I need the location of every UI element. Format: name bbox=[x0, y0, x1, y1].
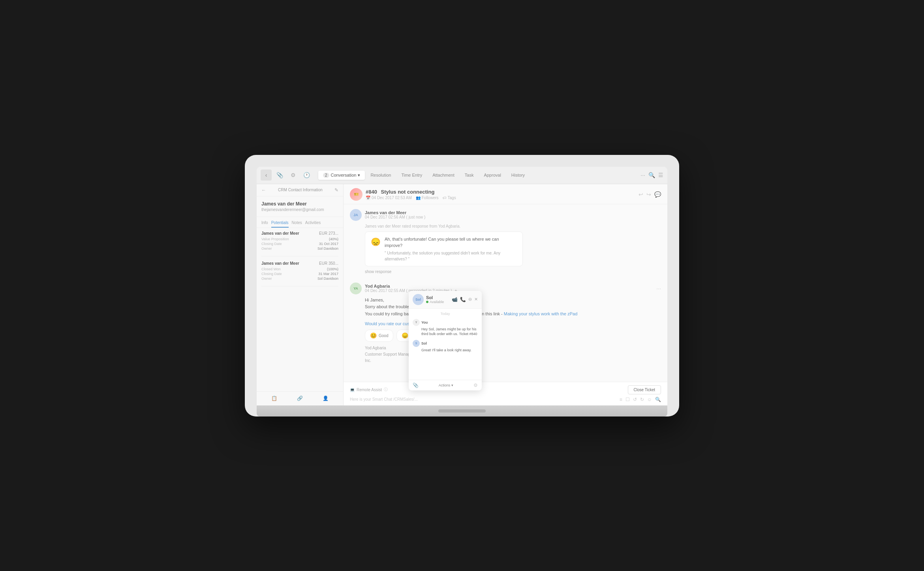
potential-owner-label-2: Owner bbox=[261, 277, 272, 281]
footer-link-icon[interactable]: 🔗 bbox=[297, 396, 303, 401]
sidebar-edit-button[interactable]: ✎ bbox=[334, 187, 338, 193]
avatar-james: JA bbox=[350, 209, 362, 221]
chat-msg-header-sol: S Sol bbox=[413, 340, 478, 347]
chat-agent-avatar: Sol bbox=[413, 294, 424, 305]
more-options-button[interactable]: ··· bbox=[640, 172, 645, 178]
chat-settings-icon[interactable]: ⚙ bbox=[473, 383, 478, 388]
sidebar-contact-info: James van der Meer thejamesvanderermeer@… bbox=[257, 196, 343, 217]
bad-emoji: 😞 bbox=[402, 332, 408, 340]
good-label: Good bbox=[379, 333, 388, 339]
ticket-avatar-icon: 🎫 bbox=[354, 192, 359, 196]
rating-good-button[interactable]: 😊 Good bbox=[365, 330, 393, 342]
status-label: Available bbox=[430, 300, 444, 304]
close-ticket-button[interactable]: Close Ticket bbox=[628, 385, 661, 394]
potential-closing-value-1: 31 Oct 2017 bbox=[319, 242, 338, 246]
sidebar-footer: 📋 🔗 👤 bbox=[257, 391, 343, 405]
tool-undo-icon[interactable]: ↺ bbox=[633, 397, 637, 402]
sidebar-tab-info[interactable]: Info bbox=[261, 219, 268, 228]
comment-icon[interactable]: 💬 bbox=[654, 191, 661, 198]
potential-owner-value-1: Sol Davidson bbox=[317, 247, 338, 251]
tab-approval[interactable]: Approval bbox=[479, 171, 505, 179]
avatar-yod: YA bbox=[350, 283, 362, 294]
search-icon[interactable]: 🔍 bbox=[648, 172, 655, 178]
chat-message-sol: S Sol Great! I'll take a look right away… bbox=[413, 340, 478, 353]
sidebar-tabs: Info Potentials Notes Activities bbox=[257, 217, 343, 228]
ticket-date-value: 04 Dec 2017 02:53 AM bbox=[372, 196, 412, 200]
msg-line-1: Hi James, bbox=[365, 298, 384, 302]
ticket-info: #840 Stylus not connecting 📅 04 Dec 2017… bbox=[366, 189, 456, 200]
sender-name-1: James van der Meer bbox=[365, 210, 425, 215]
chat-attach-icon[interactable]: 📎 bbox=[413, 383, 419, 388]
tool-search-icon[interactable]: 🔍 bbox=[655, 397, 661, 402]
chat-popup-body: Today Y You Hey Sol, James might be up f… bbox=[409, 309, 482, 380]
forward-icon[interactable]: ↪ bbox=[646, 191, 651, 198]
tool-box-icon[interactable]: ☐ bbox=[625, 397, 630, 402]
ticket-date: 📅 04 Dec 2017 02:53 AM bbox=[366, 196, 412, 200]
chat-agent-status: Available bbox=[426, 300, 449, 304]
followers-icon: 👥 bbox=[416, 196, 421, 200]
laptop-screen: ‹ 📎 ⚙ 🕐 2 Conversation ▾ Resolution bbox=[257, 167, 667, 405]
sidebar-tab-potentials[interactable]: Potentials bbox=[271, 219, 289, 228]
tab-conversation[interactable]: 2 Conversation ▾ bbox=[318, 171, 365, 180]
tab-attachment[interactable]: Attachment bbox=[428, 171, 459, 179]
clock-icon: 🕐 bbox=[303, 172, 310, 178]
tab-task[interactable]: Task bbox=[460, 171, 479, 179]
sidebar-header: ← CRM Contact Information ✎ bbox=[257, 184, 343, 196]
nav-settings-icon[interactable]: ⚙ bbox=[287, 170, 299, 181]
nav-history-icon[interactable]: 🕐 bbox=[301, 170, 312, 181]
menu-icon[interactable]: ☰ bbox=[658, 172, 663, 178]
conversation-body: JA James van der Meer 04 Dec 2017 02:56 … bbox=[344, 204, 667, 382]
tab-time-entry[interactable]: Time Entry bbox=[396, 171, 427, 179]
ticket-followers[interactable]: 👥 Followers bbox=[416, 196, 439, 200]
chat-agent-info: Sol Available bbox=[426, 295, 449, 304]
sidebar-tab-activities[interactable]: Activities bbox=[305, 219, 321, 228]
show-response-link[interactable]: show response bbox=[365, 269, 661, 275]
sidebar-tab-notes[interactable]: Notes bbox=[292, 219, 302, 228]
actions-label: Actions bbox=[439, 383, 451, 387]
left-sidebar: ← CRM Contact Information ✎ James van de… bbox=[257, 184, 344, 405]
ticket-number: #840 bbox=[366, 189, 377, 195]
remote-assist-icon: 💻 bbox=[350, 388, 355, 392]
footer-user-icon[interactable]: 👤 bbox=[323, 396, 329, 401]
reply-icon[interactable]: ↩ bbox=[639, 191, 643, 198]
potential-closing-label-1: Closing Date bbox=[261, 242, 282, 246]
audio-call-icon[interactable]: 📞 bbox=[460, 297, 466, 302]
message-block-2: YA Yod Agbaria 04 Dec 2017 02:55 AM ( re… bbox=[350, 283, 661, 364]
tool-redo-icon[interactable]: ↻ bbox=[640, 397, 644, 402]
tool-list-icon[interactable]: ≡ bbox=[620, 397, 622, 402]
chat-actions-button[interactable]: Actions ▾ bbox=[439, 383, 454, 387]
tool-emoji-icon[interactable]: ☺ bbox=[647, 397, 652, 402]
potential-vp-value-2: (100%) bbox=[327, 267, 338, 271]
nav-attachment-icon[interactable]: 📎 bbox=[274, 170, 285, 181]
minimize-icon[interactable]: ⊖ bbox=[468, 297, 472, 302]
remote-assist-button[interactable]: 💻 Remote Assist ⓘ bbox=[350, 387, 388, 392]
sidebar-content: James van der Meer EUR 273... Value Prop… bbox=[257, 228, 343, 391]
footer-input-row: Here is your Smart Chat /CRMSales/... ≡ … bbox=[350, 397, 661, 402]
top-navigation: ‹ 📎 ⚙ 🕐 2 Conversation ▾ Resolution bbox=[257, 167, 667, 184]
chat-message-you: Y You Hey Sol, James might be up for his… bbox=[413, 319, 478, 337]
ticket-tags[interactable]: 🏷 Tags bbox=[443, 196, 456, 200]
feedback-bubble: 😞 Ah, that's unfortunate! Can you please… bbox=[365, 232, 523, 266]
potential-name-2: James van der Meer bbox=[261, 261, 299, 266]
msg-link[interactable]: Making your stylus work with the zPad bbox=[504, 311, 577, 316]
footer-input[interactable]: Here is your Smart Chat /CRMSales/... bbox=[350, 397, 616, 401]
chevron-down-icon: ▾ bbox=[358, 173, 360, 178]
nav-back-button[interactable]: ‹ bbox=[261, 170, 272, 181]
tab-history[interactable]: History bbox=[507, 171, 530, 179]
msg-time-1: 04 Dec 2017 02:56 AM ( just now ) bbox=[365, 215, 425, 219]
chat-popup: Sol Sol Available 📹 📞 ⊖ bbox=[409, 291, 482, 390]
video-call-icon[interactable]: 📹 bbox=[452, 297, 458, 302]
feedback-emoji: 😞 bbox=[371, 236, 381, 248]
message-header-1: JA James van der Meer 04 Dec 2017 02:56 … bbox=[350, 209, 661, 221]
chat-popup-header: Sol Sol Available 📹 📞 ⊖ bbox=[409, 291, 482, 309]
ticket-avatar: 🎫 bbox=[350, 188, 362, 201]
yod-msg-more[interactable]: ··· bbox=[656, 285, 661, 292]
tab-resolution[interactable]: Resolution bbox=[366, 171, 396, 179]
tab-conversation-label: Conversation bbox=[331, 173, 357, 177]
sidebar-back-button[interactable]: ← bbox=[261, 187, 266, 193]
footer-clipboard-icon[interactable]: 📋 bbox=[271, 396, 277, 401]
conversation-badge: 2 bbox=[323, 173, 329, 178]
close-chat-icon[interactable]: ✕ bbox=[474, 297, 478, 302]
chat-popup-footer: 📎 Actions ▾ ⚙ bbox=[409, 380, 482, 390]
chat-sol-text: Great! I'll take a look right away. bbox=[421, 348, 478, 353]
